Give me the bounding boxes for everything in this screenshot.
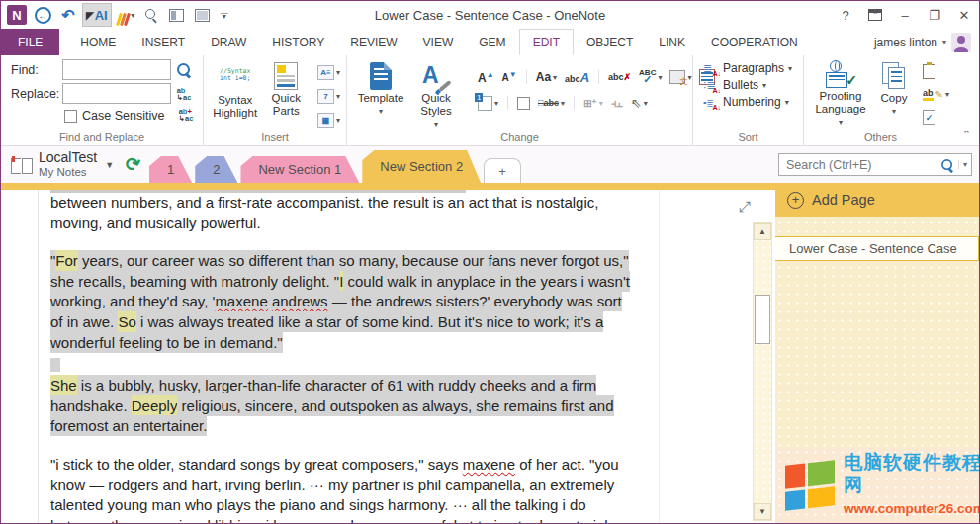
find-next-button[interactable] (171, 63, 197, 77)
add-section-tab[interactable]: + (484, 158, 521, 183)
paragraph[interactable]: "For years, our career was so different … (50, 251, 631, 353)
tab-link[interactable]: LINK (646, 29, 698, 55)
sort-numbering-button[interactable]: ⹀≣A↓ Numbering▾ (699, 95, 799, 109)
notebook-switcher[interactable]: LocalTest My Notes (39, 150, 97, 179)
back-button[interactable]: ← (31, 3, 54, 27)
quick-styles-button[interactable]: A Quick Styles ▾ (408, 59, 464, 130)
expand-outline-button[interactable]: ⊞⁺▾ (581, 93, 605, 113)
tab-history[interactable]: HISTORY (259, 29, 337, 55)
find-input[interactable] (62, 59, 171, 80)
expand-diagonal-icon[interactable]: ⤢ (739, 198, 751, 216)
tab-view[interactable]: VIEW (410, 29, 467, 55)
undo-button[interactable]: ↶ (56, 3, 80, 27)
tab-edit[interactable]: EDIT (519, 29, 574, 55)
case-sensitive-option[interactable]: Case Sensitive (64, 109, 164, 123)
page-list-item[interactable]: Lower Case - Sentence Case (775, 236, 979, 261)
tab-draw[interactable]: DRAW (198, 29, 259, 55)
plus-circle-icon: + (787, 192, 804, 209)
split-table-button[interactable]: ⫞⫠ (609, 93, 625, 113)
group-change: Template ▾ A Quick Styles ▾ A▲ A▼ Aa▾ ab… (347, 55, 693, 145)
section-tab[interactable]: New Section 2 (362, 150, 481, 183)
shrink-font-button[interactable]: A▼ (500, 67, 519, 87)
page-canvas[interactable]: between numbers, and a first-rate accomp… (1, 190, 775, 523)
change-case-button[interactable]: Aa▾ (534, 67, 559, 87)
shrink-font-icon: A▼ (502, 70, 517, 83)
help-button[interactable]: ? (831, 2, 860, 28)
translate-button[interactable]: ▾ (668, 67, 693, 87)
collapse-ribbon-button[interactable]: ⌃ (962, 129, 971, 141)
full-page-view-button[interactable] (191, 3, 215, 27)
pens-button[interactable]: ▾ (114, 3, 137, 27)
tab-object[interactable]: OBJECT (574, 29, 646, 55)
tab-file[interactable]: FILE (1, 29, 59, 55)
chevron-down-icon[interactable]: ▼ (103, 160, 116, 170)
syntax-highlight-button[interactable]: //Syntax int i=0; Syntax Highlight (210, 59, 260, 130)
insert-date-button[interactable]: 7▾ (315, 87, 342, 107)
template-button[interactable]: Template ▾ (353, 59, 408, 130)
sort-bullets-button[interactable]: ⁝≣A↓ Bullets▾ (699, 78, 799, 92)
text-cursor-tool-button[interactable]: ◤AI (82, 3, 112, 27)
undo-icon: ↶ (61, 6, 74, 25)
customize-qat-button[interactable]: —▾ (217, 11, 232, 19)
maximize-button[interactable]: ❐ (920, 2, 949, 28)
select-objects-button[interactable]: ⇖▾ (629, 93, 650, 113)
paste-button[interactable] (921, 61, 951, 81)
highlighter-icon: ab (923, 88, 934, 101)
tab-insert[interactable]: INSERT (129, 29, 198, 55)
quick-parts-button[interactable]: Quick Parts (260, 59, 311, 130)
tab-gem[interactable]: GEM (466, 29, 518, 55)
clear-formatting-button[interactable]: abc✗ (606, 67, 633, 87)
insert-calendar-button[interactable]: ▦▾ (315, 110, 342, 130)
strikethrough-icon: □abc (538, 98, 559, 108)
print-preview-button[interactable] (139, 3, 163, 27)
scroll-up-button[interactable]: ▲ (754, 223, 771, 240)
tab-home[interactable]: HOME (67, 29, 129, 55)
paragraph[interactable]: between numbers, and a first-rate accomp… (50, 193, 631, 233)
vertical-scrollbar[interactable]: ▲ ▼ (753, 222, 772, 521)
minimize-button[interactable]: – (890, 2, 920, 28)
user-account[interactable]: james linton ▾ (874, 29, 979, 55)
search-box[interactable]: Search (Ctrl+E) ▾ (778, 153, 972, 176)
spelling-button[interactable]: ABC✓▾ (637, 67, 664, 87)
proofing-language-button[interactable]: ✓ Proofing Language ▾ (810, 59, 871, 130)
section-tab[interactable]: 1 (149, 156, 192, 183)
text-style-button[interactable]: A≡▾ (315, 63, 342, 83)
paragraph[interactable]: She is a bubbly, husky, larger-than-life… (50, 376, 631, 437)
replace-input[interactable] (62, 83, 171, 104)
dock-window-button[interactable] (165, 3, 189, 27)
title-bar: Lower Case - Sentence Case - OneNote N ←… (1, 1, 979, 29)
full-page-icon (195, 9, 210, 22)
sync-arrow-icon[interactable]: ↺ (118, 151, 145, 175)
highlight-button[interactable]: ab✎▾ (921, 84, 951, 104)
strikethrough-button[interactable]: □abc▾ (536, 93, 567, 113)
copy-button[interactable]: Copy ▾ (871, 59, 917, 130)
search-input[interactable]: Search (Ctrl+E) (786, 158, 940, 172)
numbering-page-button[interactable]: ▾ (476, 93, 500, 113)
search-scope-dropdown[interactable]: ▾ (958, 160, 967, 169)
close-button[interactable]: ✕ (949, 2, 979, 28)
select-note-button[interactable]: ✓ (921, 107, 951, 127)
add-page-button[interactable]: + Add Page (775, 183, 979, 217)
sort-paragraphs-button[interactable]: ≣A↓ Paragraphs▾ (699, 61, 799, 75)
scroll-down-button[interactable]: ▼ (754, 503, 771, 520)
format-text-button[interactable]: abcA (563, 67, 591, 87)
ribbon-display-options-button[interactable]: ⌃ (860, 2, 890, 28)
numbering-sort-icon: ⹀≣A↓ (703, 96, 719, 109)
replace-all-button[interactable]: ab+↳ac (173, 108, 199, 122)
group-label: Change (347, 131, 692, 143)
empty-box-button[interactable] (515, 93, 532, 113)
tab-cooperation[interactable]: COOPERATION (698, 29, 811, 55)
section-tab[interactable]: 2 (195, 156, 237, 183)
tab-review[interactable]: REVIEW (337, 29, 409, 55)
scrollbar-thumb[interactable] (755, 295, 770, 344)
grow-font-button[interactable]: A▲ (476, 67, 496, 87)
case-sensitive-checkbox[interactable] (64, 110, 77, 123)
replace-button[interactable]: ab↳ac (171, 87, 197, 101)
clipboard-icon (923, 64, 935, 79)
paragraph[interactable]: "i stick to the older, standard songs by… (50, 455, 631, 524)
selected-blank-line[interactable] (50, 358, 60, 372)
section-tab[interactable]: New Section 1 (240, 156, 359, 183)
translate-icon (669, 70, 685, 84)
doc-check-icon: ✓ (923, 110, 935, 125)
onenote-logo-icon[interactable]: N (5, 3, 29, 27)
